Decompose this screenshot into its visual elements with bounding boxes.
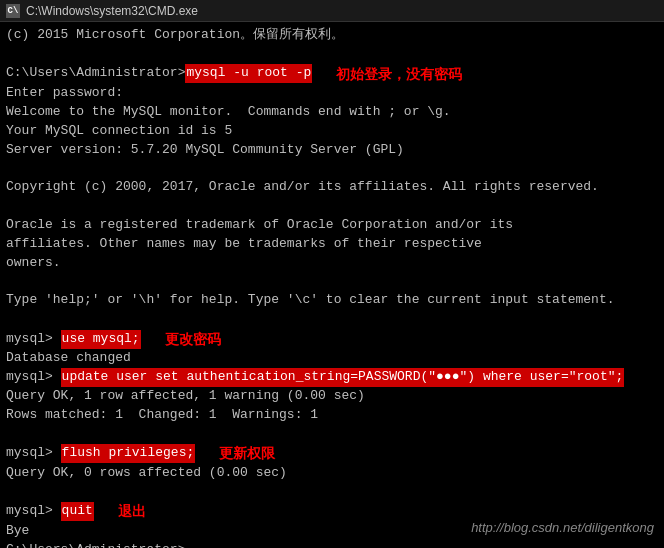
use-mysql-line: mysql> use mysql; 更改密码 (6, 329, 658, 349)
title-bar: C\ C:\Windows\system32\CMD.exe (0, 0, 664, 22)
mysql-prompt-1: mysql> (6, 330, 61, 349)
oracle3-line: owners. (6, 254, 658, 273)
mysql-prompt-3: mysql> (6, 444, 61, 463)
login-prompt-line: C:\Users\Administrator>mysql -u root -p … (6, 64, 658, 84)
rows-matched-line: Rows matched: 1 Changed: 1 Warnings: 1 (6, 406, 658, 425)
cmd-icon: C\ (6, 4, 20, 18)
db-changed-line: Database changed (6, 349, 658, 368)
connection-id-line: Your MySQL connection id is 5 (6, 122, 658, 141)
empty-line-6 (6, 425, 658, 444)
login-command: mysql -u root -p (185, 64, 312, 83)
empty-line-7 (6, 483, 658, 502)
mysql-prompt-4: mysql> (6, 502, 61, 521)
flush-cmd-line: mysql> flush privileges; 更新权限 (6, 443, 658, 463)
use-mysql-command: use mysql; (61, 330, 141, 349)
final-prompt-line: C:\Users\Administrator> (6, 541, 658, 548)
oracle1-line: Oracle is a registered trademark of Orac… (6, 216, 658, 235)
empty-line-5 (6, 310, 658, 329)
quit-annotation: 退出 (104, 501, 146, 521)
empty-line-3 (6, 197, 658, 216)
login-annotation: 初始登录，没有密码 (322, 64, 462, 84)
update-command: update user set authentication_string=PA… (61, 368, 625, 387)
empty-line-1 (6, 45, 658, 64)
flush-annotation: 更新权限 (205, 443, 275, 463)
empty-line-4 (6, 272, 658, 291)
empty-line-2 (6, 159, 658, 178)
update-cmd-line: mysql> update user set authentication_st… (6, 368, 658, 387)
server-version-line: Server version: 5.7.20 MySQL Community S… (6, 141, 658, 160)
window-title: C:\Windows\system32\CMD.exe (26, 4, 198, 18)
enter-password-line: Enter password: (6, 84, 658, 103)
copyright2-line: Copyright (c) 2000, 2017, Oracle and/or … (6, 178, 658, 197)
watermark: http://blog.csdn.net/diligentkong (471, 519, 654, 538)
query-ok2-line: Query OK, 0 rows affected (0.00 sec) (6, 464, 658, 483)
help-hint-line: Type 'help;' or '\h' for help. Type '\c'… (6, 291, 658, 310)
quit-command: quit (61, 502, 94, 521)
flush-command: flush privileges; (61, 444, 196, 463)
mysql-prompt-2: mysql> (6, 368, 61, 387)
welcome-line: Welcome to the MySQL monitor. Commands e… (6, 103, 658, 122)
use-mysql-annotation: 更改密码 (151, 329, 221, 349)
prompt-text: C:\Users\Administrator> (6, 64, 185, 83)
copyright-line: (c) 2015 Microsoft Corporation。保留所有权利。 (6, 26, 658, 45)
oracle2-line: affiliates. Other names may be trademark… (6, 235, 658, 254)
query-ok1-line: Query OK, 1 row affected, 1 warning (0.0… (6, 387, 658, 406)
terminal-window: (c) 2015 Microsoft Corporation。保留所有权利。 C… (0, 22, 664, 548)
